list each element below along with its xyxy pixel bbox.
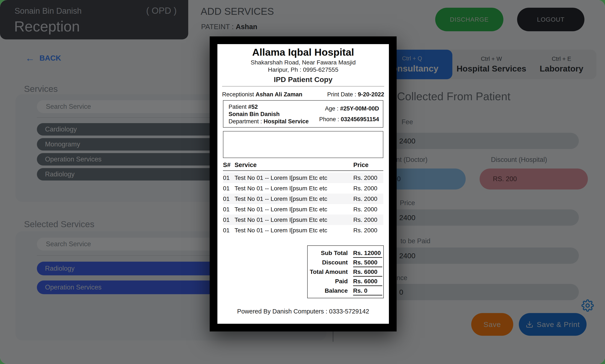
patient-full-name: Sonain Bin Danish: [229, 111, 280, 117]
total-row: Sub Total Rs. 12000: [308, 250, 383, 259]
table-rows: 01 Test No 01 -- Lorem I[psum Etc etc Rs…: [223, 173, 383, 235]
notes-box: [223, 131, 383, 158]
screen: Sonain Bin Danish ( OPD ) Reception ADD …: [0, 0, 605, 364]
hospital-address: Shakarshah Road, Near Fawara Masjid: [217, 59, 389, 66]
receipt: Allama Iqbal Hospital Shakarshah Road, N…: [217, 44, 389, 324]
patient-info-box: Patient #52 Sonain Bin Danish Department…: [223, 100, 383, 128]
header-sno: S#: [223, 161, 231, 169]
patient-department: Department : Hospital Service: [229, 118, 309, 125]
print-preview-modal: Allama Iqbal Hospital Shakarshah Road, N…: [210, 36, 397, 331]
patient-phone: Phone : 032456951154: [319, 116, 379, 123]
receipt-footer: Powered By Danish Computers : 0333-57291…: [217, 308, 389, 315]
patient-age: Age : #25Y-00M-00D: [325, 105, 379, 112]
print-date-value: 9-20-2022: [358, 91, 384, 98]
total-row: Discount Rs. 5000: [308, 259, 383, 269]
patient-number: Patient #52: [229, 104, 258, 110]
header-price: Price: [353, 161, 369, 169]
header-service: Service: [234, 161, 257, 169]
table-row: 01 Test No 01 -- Lorem I[psum Etc etc Rs…: [223, 225, 383, 235]
total-row: Paid Rs. 6000: [308, 278, 383, 287]
table-row: 01 Test No 01 -- Lorem I[psum Etc etc Rs…: [223, 194, 383, 204]
services-table: S# Service Price 01 Test No 01 -- Lorem …: [223, 161, 383, 235]
table-row: 01 Test No 01 -- Lorem I[psum Etc etc Rs…: [223, 204, 383, 215]
divider: [222, 86, 384, 87]
table-row: 01 Test No 01 -- Lorem I[psum Etc etc Rs…: [223, 173, 383, 183]
totals-box: Sub Total Rs. 12000 Discount Rs. 5000 To…: [307, 245, 384, 298]
receptionist-name: Ashan Ali Zaman: [256, 91, 302, 98]
print-date: Print Date : 9-20-2022: [327, 91, 384, 98]
receptionist: Receptionist Ashan Ali Zaman: [222, 91, 302, 98]
hospital-name: Allama Iqbal Hospital: [217, 46, 389, 58]
total-row: Total Amount Rs. 6000: [308, 269, 383, 278]
app-window: Sonain Bin Danish ( OPD ) Reception ADD …: [0, 0, 605, 364]
table-row: 01 Test No 01 -- Lorem I[psum Etc etc Rs…: [223, 215, 383, 225]
receipt-meta-row: Receptionist Ashan Ali Zaman Print Date …: [222, 91, 384, 98]
hospital-phone: Haripur, Ph : 0995-627555: [217, 66, 389, 73]
total-row: Balance Rs. 0: [308, 287, 383, 297]
divider: [223, 170, 383, 171]
table-row: 01 Test No 01 -- Lorem I[psum Etc etc Rs…: [223, 183, 383, 194]
copy-type: IPD Patient Copy: [217, 75, 389, 84]
table-header: S# Service Price: [223, 161, 383, 170]
